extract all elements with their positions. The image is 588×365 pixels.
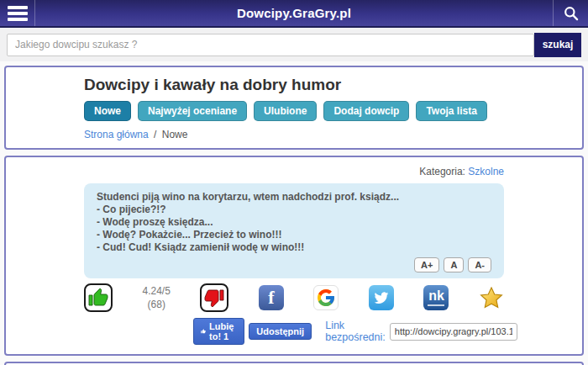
font-size-controls: A+ A A- [97,257,491,272]
search-icon [563,5,580,22]
breadcrumb-current: Nowe [162,129,188,140]
facebook-share-button[interactable]: Udostępnij [249,323,312,340]
joke-line: Studenci piją wino na korytarzu, wtem na… [97,191,491,204]
rating-row: 4.24/5 (68) f [84,283,504,312]
header-search-button[interactable] [553,0,588,26]
google-icon [316,288,336,308]
app-header: Dowcipy.GraGry.pl [0,0,588,28]
share-row: Lubię to! 1 Udostępnij Link bezpośredni: [193,318,504,345]
breadcrumb-home-link[interactable]: Strona główna [84,129,149,140]
like-thumb-icon [201,327,206,336]
joke-line: - Co pijecie?!? [97,204,491,216]
nav-button-twoja-lista[interactable]: Twoja lista [416,101,486,121]
nav-button-nowe[interactable]: Nowe [84,101,131,121]
rating-score: 4.24/5 [143,284,171,298]
facebook-icon: f [268,285,274,310]
direct-link-label: Link bezpośredni: [325,320,386,343]
joke-card: Kategoria: Szkolne Studenci piją wino na… [4,156,584,356]
category-line: Kategoria: Szkolne [84,164,504,177]
search-input[interactable] [7,34,534,56]
joke-line: - Wodę? Pokażcie... Przecież to wino!!! [97,229,491,241]
direct-link-input[interactable] [390,323,517,341]
facebook-like-button[interactable]: Lubię to! 1 [193,318,244,345]
thumbs-down-icon [204,288,224,308]
google-share-icon[interactable] [313,285,339,310]
joke-card: Kategoria: Mąż i żona Pewnego wieczoru l… [4,362,584,365]
category-label: Kategoria: [419,166,465,177]
font-normal-button[interactable]: A [444,257,464,272]
joke-text-box: Studenci piją wino na korytarzu, wtem na… [84,183,504,278]
nav-button-najwyzej-oceniane[interactable]: Najwyżej oceniane [138,101,247,121]
nav-button-dodaj-dowcip[interactable]: Dodaj dowcip [323,101,409,121]
hamburger-icon [8,3,28,24]
app-title: Dowcipy.GraGry.pl [0,0,588,26]
vote-down-button[interactable] [200,283,228,312]
category-nav: Nowe Najwyżej oceniane Ulubione Dodaj do… [84,101,504,121]
joke-line: - Wodę proszę księdza... [97,216,491,229]
font-decrease-button[interactable]: A- [468,257,491,272]
rating-value: 4.24/5 (68) [143,284,171,311]
vote-up-button[interactable] [84,283,113,312]
page-header-card: Dowcipy i kawały na dobry humor Nowe Naj… [4,66,584,150]
share-button-label: Udostępnij [256,326,304,336]
breadcrumb: Strona główna / Nowe [84,129,504,140]
nk-share-icon[interactable]: nk [423,285,449,310]
twitter-icon [373,289,390,306]
facebook-share-icon[interactable]: f [259,285,284,310]
twitter-share-icon[interactable] [369,285,394,310]
font-increase-button[interactable]: A+ [414,257,439,272]
menu-button[interactable] [0,0,35,26]
rating-votes: (68) [143,298,171,311]
joke-line: - Cud! Cud! Ksiądz zamienił wodę w wino!… [97,241,491,254]
star-icon [480,286,503,309]
page-title: Dowcipy i kawały na dobry humor [84,76,504,94]
breadcrumb-separator: / [154,129,156,140]
favorite-button[interactable] [479,285,504,310]
thumbs-up-icon [88,288,108,308]
nk-icon: nk [428,289,444,303]
search-submit-button[interactable]: szukaj [534,33,581,57]
search-bar: szukaj [0,28,588,61]
nav-button-ulubione[interactable]: Ulubione [254,101,317,121]
like-button-label: Lubię to! 1 [209,321,237,341]
category-link[interactable]: Szkolne [468,166,504,177]
